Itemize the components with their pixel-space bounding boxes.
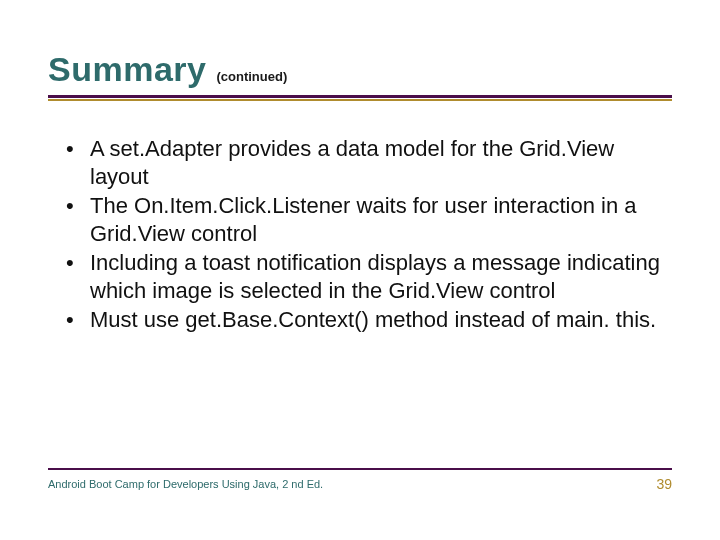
footer-page-number: 39 — [656, 476, 672, 492]
slide-title-row: Summary (continued) — [48, 50, 672, 89]
bullet-item: Including a toast notification displays … — [66, 249, 664, 304]
bullet-item: Must use get.Base.Context() method inste… — [66, 306, 664, 334]
footer-row: Android Boot Camp for Developers Using J… — [48, 476, 672, 492]
bullet-list: A set.Adapter provides a data model for … — [48, 135, 672, 334]
title-rule — [48, 95, 672, 101]
slide-footer: Android Boot Camp for Developers Using J… — [48, 468, 672, 492]
footer-source-text: Android Boot Camp for Developers Using J… — [48, 478, 323, 490]
title-rule-gold — [48, 99, 672, 101]
slide-title: Summary — [48, 50, 206, 89]
footer-rule — [48, 468, 672, 470]
bullet-item: A set.Adapter provides a data model for … — [66, 135, 664, 190]
bullet-item: The On.Item.Click.Listener waits for use… — [66, 192, 664, 247]
slide-continued-label: (continued) — [216, 69, 287, 84]
title-rule-dark — [48, 95, 672, 98]
